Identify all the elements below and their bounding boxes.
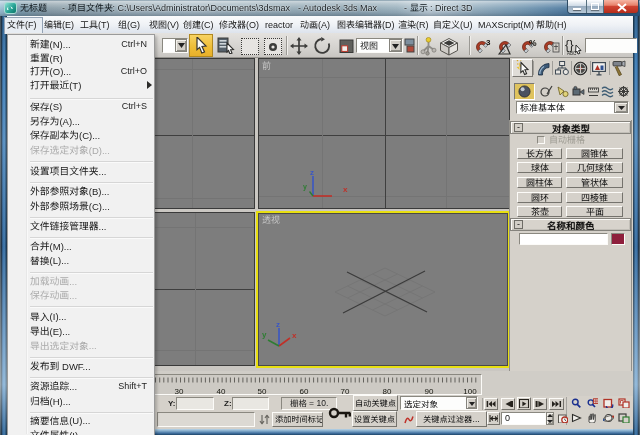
svg-text:z: z <box>276 320 280 329</box>
svg-text:30: 30 <box>175 387 184 396</box>
svg-text:90: 90 <box>425 387 434 396</box>
svg-text:70: 70 <box>341 387 350 396</box>
svg-text:x: x <box>292 331 297 340</box>
svg-text:z: z <box>310 168 314 177</box>
svg-text:50: 50 <box>258 387 267 396</box>
svg-text:40: 40 <box>217 387 226 396</box>
svg-text:%: % <box>529 38 537 48</box>
svg-text:x: x <box>343 185 348 194</box>
svg-text:60: 60 <box>300 387 309 396</box>
svg-text:y: y <box>262 330 267 339</box>
svg-text:y: y <box>303 183 307 191</box>
svg-text:ABC: ABC <box>567 51 577 56</box>
svg-text:3: 3 <box>486 38 491 47</box>
svg-text:100: 100 <box>463 387 477 396</box>
